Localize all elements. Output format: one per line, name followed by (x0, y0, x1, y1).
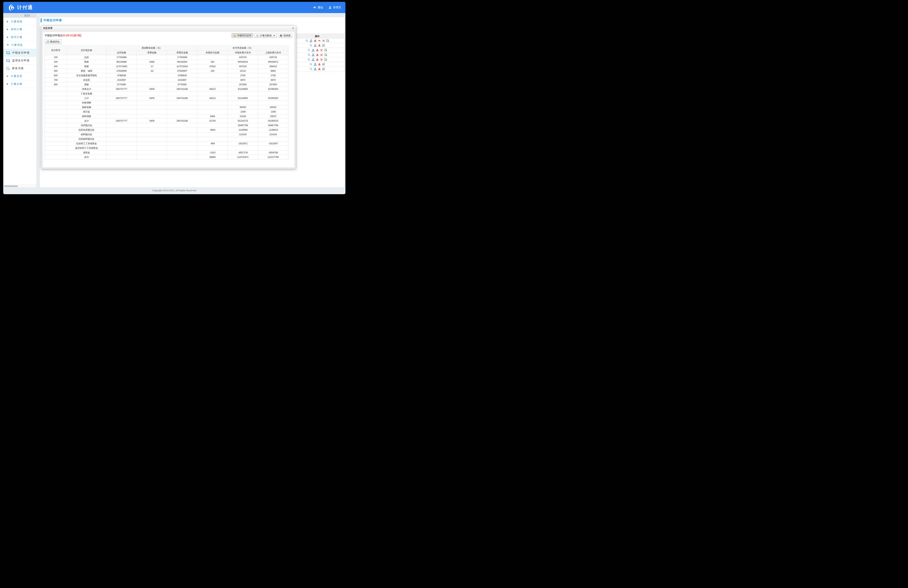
table-cell: 2708 (258, 73, 288, 78)
sidebar-item-measure-ledger[interactable]: 计量台帐 (3, 80, 36, 88)
workflow-icon[interactable] (314, 44, 317, 47)
stamp-icon[interactable] (318, 68, 321, 71)
table-cell (106, 105, 137, 109)
view-icon[interactable] (310, 44, 312, 47)
table-cell: 28467758 (228, 123, 258, 128)
table-cell: 425733 (258, 55, 288, 60)
table-cell: 9960 (258, 69, 288, 73)
sidebar-item-finance-monthly[interactable]: 财务月报 (3, 64, 36, 72)
stamp-icon[interactable] (314, 39, 317, 42)
interim-payment-certificate-button[interactable]: 中期支付证书 (232, 33, 253, 38)
operations-row (290, 67, 344, 72)
table-cell: 51700 (197, 119, 228, 123)
workflow-icon[interactable] (310, 39, 312, 42)
table-cell: -17 (137, 64, 167, 69)
workflow-icon[interactable] (312, 49, 314, 51)
table-cell (106, 141, 137, 146)
app-window: 计付通 通知 管理员 计量填报材料计量相关计量计量审批中期支付申请监理支付申请财… (3, 2, 345, 194)
sidebar-item-measure-fill[interactable]: 计量填报 (3, 18, 36, 26)
notifications-button[interactable]: 通知 (313, 6, 323, 9)
sidebar-item-measure-approval[interactable]: 计量审批 (3, 41, 36, 49)
table-cell (45, 101, 67, 105)
export-icon[interactable] (324, 53, 327, 56)
import-icon[interactable] (322, 63, 325, 66)
view-icon[interactable] (307, 49, 310, 51)
stamp-icon[interactable] (316, 53, 319, 56)
table-cell: 91143565 (228, 87, 258, 92)
table-cell: -42 (137, 69, 167, 73)
table-cell (137, 114, 167, 119)
workflow-icon[interactable] (314, 68, 317, 71)
import-icon[interactable] (322, 68, 325, 71)
export-icon[interactable] (326, 39, 329, 42)
table-cell: -1821907 (258, 141, 288, 146)
table-cell: -964 (197, 141, 228, 146)
table-cell (137, 155, 167, 159)
view-icon[interactable] (307, 53, 310, 56)
table-cell: 91143565 (228, 96, 258, 101)
table-cell: 120100 (228, 132, 258, 137)
sidebar-hscrollbar[interactable] (3, 185, 36, 187)
sidebar-item-interim-payment[interactable]: 中期支付申请 (3, 49, 36, 57)
stamp-icon[interactable] (318, 44, 321, 47)
sidebar-item-material-measure[interactable]: 材料计量 (3, 26, 36, 34)
table-cell: 17782666 (167, 55, 197, 60)
title-accent-bar (41, 19, 42, 22)
table-cell (197, 82, 228, 87)
table-cell: 休息区 (67, 78, 106, 82)
metering-metadata-button[interactable]: 计量元数据 (254, 33, 277, 38)
table-cell: 284741186 (167, 96, 197, 101)
table-cell (197, 78, 228, 82)
sidebar-item-supervisor-payment[interactable]: 监理支付申请 (3, 57, 36, 64)
view-icon[interactable] (307, 58, 310, 61)
workflow-icon[interactable] (314, 63, 317, 66)
user-menu[interactable]: 管理员 (328, 6, 341, 9)
import-icon[interactable] (322, 44, 325, 47)
table-row: 索赔金额5000050000 (45, 105, 288, 109)
close-icon[interactable]: × (292, 26, 294, 30)
subject-period: GLSG-01{第7期} (63, 34, 81, 37)
delete-icon[interactable] (320, 49, 323, 51)
sidebar-resize-handle[interactable] (3, 13, 36, 18)
delete-icon[interactable] (320, 58, 323, 61)
table-cell (197, 105, 228, 109)
table-cell (45, 137, 67, 141)
stamp-icon[interactable] (316, 58, 319, 61)
view-icon[interactable] (306, 39, 308, 42)
table-cell: 3488 (197, 114, 228, 119)
table-cell: 17782666 (106, 55, 137, 60)
table-cell (228, 137, 258, 141)
compare-button-label: 数据对比 (50, 40, 60, 43)
table-cell (167, 155, 197, 159)
view-icon[interactable] (310, 68, 312, 71)
export-icon[interactable] (324, 49, 327, 51)
payment-card-icon (6, 59, 10, 62)
stamp-icon[interactable] (318, 63, 321, 66)
sidebar-item-related-measure[interactable]: 相关计量 (3, 34, 36, 41)
table-cell: 425733 (228, 55, 258, 60)
table-cell (167, 141, 197, 146)
secondary-toolbar: 数据对比 (45, 39, 292, 44)
footer-copyright: Copyright 2014-2021, All Rights Reserved (3, 187, 345, 194)
table-cell: 284737777 (106, 119, 137, 123)
workflow-icon[interactable] (312, 53, 314, 56)
table-cell (197, 123, 228, 128)
scrollbar-thumb[interactable] (4, 185, 18, 187)
export-icon[interactable] (324, 58, 327, 61)
revoke-icon[interactable] (318, 39, 321, 42)
table-cell: -4554768 (258, 151, 288, 155)
sidebar-item-label: 相关计量 (11, 35, 23, 39)
workflow-icon[interactable] (312, 58, 314, 61)
report-book-button[interactable]: 报表册 (278, 33, 292, 38)
data-compare-button[interactable]: 数据对比 (45, 39, 61, 44)
view-icon[interactable] (310, 63, 312, 66)
table-cell (106, 146, 137, 151)
table-cell: 700 (45, 78, 67, 82)
table-cell: 扣回动员预付款 (67, 128, 106, 132)
sidebar-item-measure-settings[interactable]: 计量设置 (3, 72, 36, 80)
table-cell (45, 92, 67, 96)
delete-icon[interactable] (320, 53, 323, 56)
table-row: 小计28473777734092847411864821291143565910… (45, 96, 288, 101)
delete-icon[interactable] (322, 39, 325, 42)
stamp-icon[interactable] (316, 49, 319, 51)
